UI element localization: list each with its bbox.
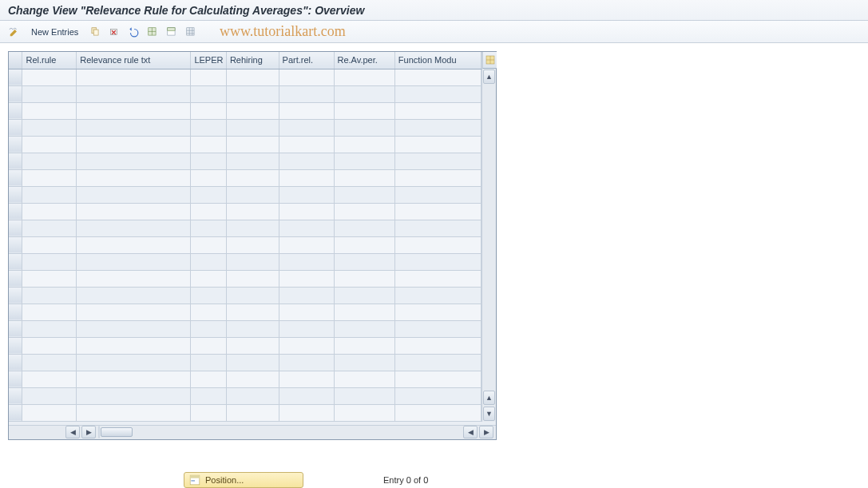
cell-relevance_rule_txt[interactable]: [77, 236, 191, 253]
cell-part_rel[interactable]: [279, 136, 334, 153]
cell-re_av_per[interactable]: [334, 253, 394, 270]
row-selector[interactable]: [9, 236, 22, 253]
cell-rehiring[interactable]: [226, 119, 279, 136]
column-header-function_module[interactable]: Function Modu: [394, 52, 481, 69]
cell-re_av_per[interactable]: [334, 136, 394, 153]
cell-rehiring[interactable]: [226, 236, 279, 253]
row-selector[interactable]: [9, 371, 22, 387]
cell-part_rel[interactable]: [279, 169, 334, 186]
cell-part_rel[interactable]: [279, 304, 334, 320]
cell-part_rel[interactable]: [279, 320, 334, 337]
cell-re_av_per[interactable]: [334, 371, 394, 387]
row-selector[interactable]: [9, 203, 22, 220]
cell-rel_rule[interactable]: [22, 304, 77, 320]
cell-function_module[interactable]: [394, 236, 481, 253]
cell-rel_rule[interactable]: [22, 220, 77, 236]
cell-leper[interactable]: [191, 119, 227, 136]
position-button[interactable]: Position...: [184, 472, 303, 488]
cell-part_rel[interactable]: [279, 354, 334, 371]
cell-re_av_per[interactable]: [334, 404, 394, 421]
cell-relevance_rule_txt[interactable]: [77, 220, 191, 236]
row-selector[interactable]: [9, 354, 22, 371]
cell-rel_rule[interactable]: [22, 203, 77, 220]
cell-re_av_per[interactable]: [334, 354, 394, 371]
cell-rehiring[interactable]: [226, 136, 279, 153]
table-row[interactable]: [9, 169, 482, 186]
cell-relevance_rule_txt[interactable]: [77, 270, 191, 287]
table-row[interactable]: [9, 354, 482, 371]
cell-rehiring[interactable]: [226, 270, 279, 287]
cell-re_av_per[interactable]: [334, 102, 394, 119]
cell-rehiring[interactable]: [226, 304, 279, 320]
cell-part_rel[interactable]: [279, 220, 334, 236]
cell-function_module[interactable]: [394, 85, 481, 102]
new-entries-button[interactable]: New Entries: [26, 25, 84, 39]
cell-re_av_per[interactable]: [334, 69, 394, 85]
cell-rel_rule[interactable]: [22, 270, 77, 287]
cell-relevance_rule_txt[interactable]: [77, 69, 191, 85]
cell-re_av_per[interactable]: [334, 236, 394, 253]
cell-part_rel[interactable]: [279, 236, 334, 253]
data-grid[interactable]: Rel.ruleRelevance rule txtLEPERRehiringP…: [9, 52, 482, 422]
column-header-part_rel[interactable]: Part.rel.: [279, 52, 334, 69]
vertical-scrollbar[interactable]: ▲ ▲ ▼: [482, 52, 496, 422]
cell-part_rel[interactable]: [279, 69, 334, 85]
cell-rehiring[interactable]: [226, 320, 279, 337]
cell-part_rel[interactable]: [279, 203, 334, 220]
cell-relevance_rule_txt[interactable]: [77, 136, 191, 153]
cell-relevance_rule_txt[interactable]: [77, 102, 191, 119]
cell-rel_rule[interactable]: [22, 337, 77, 354]
table-row[interactable]: [9, 387, 482, 404]
cell-part_rel[interactable]: [279, 119, 334, 136]
cell-function_module[interactable]: [394, 253, 481, 270]
cell-rehiring[interactable]: [226, 153, 279, 169]
cell-re_av_per[interactable]: [334, 320, 394, 337]
cell-re_av_per[interactable]: [334, 387, 394, 404]
row-selector[interactable]: [9, 304, 22, 320]
cell-leper[interactable]: [191, 220, 227, 236]
table-row[interactable]: [9, 119, 482, 136]
cell-leper[interactable]: [191, 153, 227, 169]
cell-function_module[interactable]: [394, 387, 481, 404]
cell-function_module[interactable]: [394, 119, 481, 136]
scroll-right-end-icon[interactable]: ▶: [479, 426, 493, 438]
cell-relevance_rule_txt[interactable]: [77, 337, 191, 354]
cell-rel_rule[interactable]: [22, 354, 77, 371]
cell-relevance_rule_txt[interactable]: [77, 119, 191, 136]
cell-function_module[interactable]: [394, 371, 481, 387]
cell-re_av_per[interactable]: [334, 85, 394, 102]
row-selector[interactable]: [9, 253, 22, 270]
delete-icon[interactable]: [106, 24, 122, 40]
cell-function_module[interactable]: [394, 102, 481, 119]
cell-rehiring[interactable]: [226, 85, 279, 102]
cell-re_av_per[interactable]: [334, 186, 394, 203]
cell-leper[interactable]: [191, 270, 227, 287]
table-row[interactable]: [9, 186, 482, 203]
cell-rel_rule[interactable]: [22, 236, 77, 253]
table-row[interactable]: [9, 270, 482, 287]
undo-icon[interactable]: [125, 24, 141, 40]
row-selector[interactable]: [9, 220, 22, 236]
column-header-relevance_rule_txt[interactable]: Relevance rule txt: [77, 52, 191, 69]
cell-leper[interactable]: [191, 69, 227, 85]
cell-rel_rule[interactable]: [22, 320, 77, 337]
cell-relevance_rule_txt[interactable]: [77, 320, 191, 337]
cell-function_module[interactable]: [394, 136, 481, 153]
cell-rel_rule[interactable]: [22, 186, 77, 203]
cell-part_rel[interactable]: [279, 387, 334, 404]
cell-rehiring[interactable]: [226, 203, 279, 220]
cell-relevance_rule_txt[interactable]: [77, 153, 191, 169]
cell-rehiring[interactable]: [226, 371, 279, 387]
cell-re_av_per[interactable]: [334, 287, 394, 304]
table-row[interactable]: [9, 136, 482, 153]
select-block-icon[interactable]: [164, 24, 180, 40]
column-header-re_av_per[interactable]: Re.Av.per.: [334, 52, 394, 69]
row-selector[interactable]: [9, 270, 22, 287]
cell-function_module[interactable]: [394, 186, 481, 203]
print-icon[interactable]: [183, 24, 199, 40]
h-scroll-track[interactable]: [98, 426, 100, 438]
cell-rel_rule[interactable]: [22, 387, 77, 404]
cell-leper[interactable]: [191, 236, 227, 253]
cell-relevance_rule_txt[interactable]: [77, 371, 191, 387]
cell-rehiring[interactable]: [226, 287, 279, 304]
